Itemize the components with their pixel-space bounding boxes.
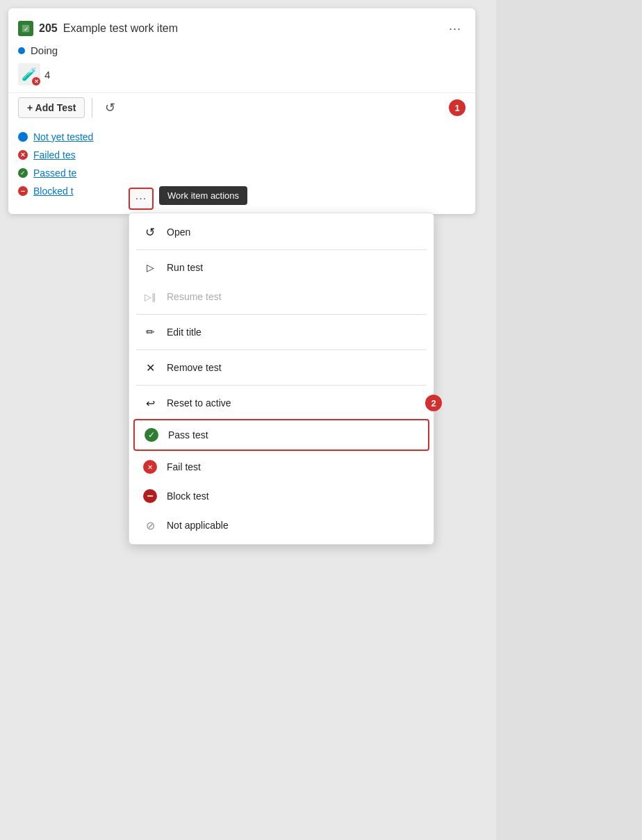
- test-link-passed[interactable]: Passed te: [33, 167, 76, 179]
- menu-item-remove-test[interactable]: ✕ Remove test: [129, 353, 434, 382]
- test-link-not-yet-tested[interactable]: Not yet tested: [33, 131, 93, 142]
- toolbar: + Add Test ↺ 1: [8, 92, 475, 122]
- menu-separator-3: [136, 349, 427, 350]
- menu-item-wrapper-reset: ↩ Reset to active 2: [129, 388, 434, 418]
- badge-circle-1: 1: [449, 99, 466, 116]
- menu-label-fail-test: Fail test: [167, 461, 201, 472]
- status-passed-icon: ✓: [18, 168, 28, 178]
- work-item-card: ✓ 205 Example test work item ··· Doing 🧪…: [8, 8, 475, 214]
- menu-label-edit-title: Edit title: [167, 327, 201, 338]
- badge-row: 🧪 ✕ 4: [8, 63, 475, 92]
- right-panel: [496, 0, 642, 840]
- status-text: Doing: [31, 44, 58, 56]
- work-item-actions-tooltip: Work item actions: [159, 186, 247, 205]
- card-more-button[interactable]: ···: [445, 18, 466, 39]
- menu-label-remove-test: Remove test: [167, 362, 222, 373]
- menu-label-pass-test: Pass test: [168, 429, 208, 440]
- work-item-type-icon: ✓: [18, 21, 33, 36]
- menu-item-reset-active[interactable]: ↩ Reset to active: [129, 388, 434, 418]
- menu-separator-1: [136, 249, 427, 250]
- list-item: ✕ Failed tes: [18, 146, 466, 164]
- block-test-icon: −: [143, 489, 157, 503]
- reset-icon: ↩: [143, 396, 157, 410]
- menu-label-run-test: Run test: [167, 262, 203, 273]
- menu-item-block-test[interactable]: − Block test: [129, 481, 434, 511]
- menu-item-not-applicable[interactable]: ⊘ Not applicable: [129, 511, 434, 540]
- not-applicable-icon: ⊘: [143, 518, 157, 532]
- menu-item-pass-test[interactable]: ✓ Pass test: [133, 419, 429, 451]
- menu-item-resume-test: ▷∥ Resume test: [129, 282, 434, 311]
- status-blocked-icon: −: [18, 186, 28, 196]
- fail-test-icon: ✕: [143, 460, 157, 474]
- menu-item-edit-title[interactable]: ✏ Edit title: [129, 318, 434, 347]
- failed-tests-badge: 🧪 ✕: [18, 63, 40, 85]
- status-not-tested-icon: [18, 132, 28, 142]
- pencil-icon: ✏: [143, 325, 157, 339]
- work-item-actions-button[interactable]: ···: [129, 188, 154, 210]
- menu-label-resume-test: Resume test: [167, 291, 222, 302]
- toolbar-separator: [92, 98, 92, 117]
- menu-item-fail-test[interactable]: ✕ Fail test: [129, 452, 434, 481]
- add-test-button[interactable]: + Add Test: [18, 97, 85, 118]
- menu-item-open[interactable]: ↺ Open: [129, 217, 434, 247]
- refresh-button[interactable]: ↺: [99, 97, 121, 118]
- x-icon: ✕: [143, 361, 157, 374]
- menu-separator-4: [136, 385, 427, 386]
- menu-label-block-test: Block test: [167, 491, 209, 502]
- status-row: Doing: [8, 44, 475, 63]
- menu-label-open: Open: [167, 227, 190, 238]
- work-item-id: 205: [39, 22, 58, 35]
- dropdown-wrapper: ··· Work item actions ↺ Open ▷ Run test …: [129, 188, 154, 210]
- pass-test-icon: ✓: [145, 428, 158, 442]
- badge-count: 4: [44, 69, 50, 81]
- menu-separator-2: [136, 314, 427, 315]
- menu-label-not-applicable: Not applicable: [167, 520, 229, 531]
- test-link-failed[interactable]: Failed tes: [33, 149, 76, 160]
- open-icon: ↺: [143, 225, 157, 239]
- resume-icon: ▷∥: [143, 290, 157, 304]
- dropdown-menu: ↺ Open ▷ Run test ▷∥ Resume test ✏ Edit …: [129, 213, 434, 545]
- list-item: ✓ Passed te: [18, 164, 466, 182]
- failed-x-icon: ✕: [32, 77, 40, 85]
- menu-item-run-test[interactable]: ▷ Run test: [129, 253, 434, 282]
- list-item: Not yet tested: [18, 128, 466, 146]
- play-icon: ▷: [143, 261, 157, 274]
- card-header: ✓ 205 Example test work item ···: [8, 8, 475, 44]
- status-dot: [18, 47, 25, 54]
- work-item-title: Example test work item: [63, 22, 439, 35]
- test-link-blocked[interactable]: Blocked t: [33, 186, 74, 197]
- svg-text:✓: ✓: [24, 26, 29, 33]
- badge-circle-2: 2: [425, 395, 442, 411]
- status-failed-icon: ✕: [18, 150, 28, 160]
- menu-label-reset-active: Reset to active: [167, 397, 231, 409]
